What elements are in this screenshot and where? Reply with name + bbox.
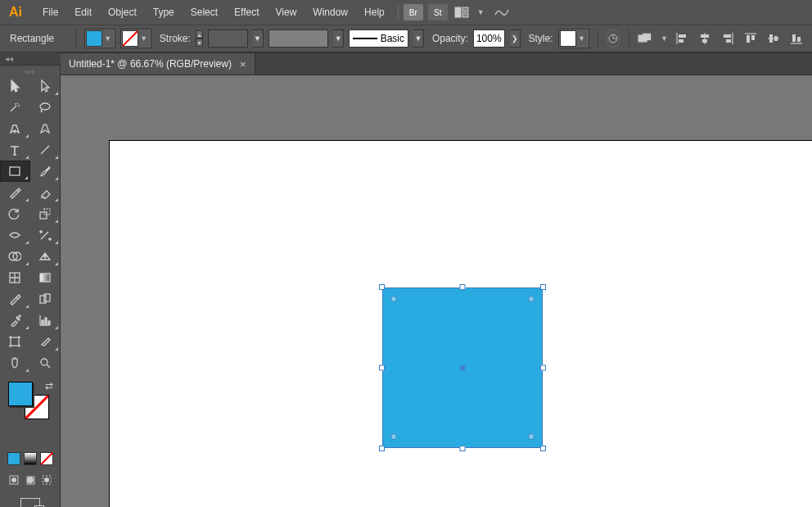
graphic-style[interactable]: ▼ <box>558 29 589 48</box>
swap-fill-stroke-icon[interactable]: ⇄ <box>45 380 53 392</box>
fill-proxy[interactable] <box>8 382 33 406</box>
stroke-weight-spinner[interactable]: ▲▼ <box>196 30 204 47</box>
draw-inside-icon[interactable] <box>40 473 53 487</box>
app-logo: Ai <box>3 0 28 25</box>
bridge-icon[interactable]: Br <box>404 4 423 20</box>
align-left-icon[interactable] <box>673 29 691 48</box>
menu-select[interactable]: Select <box>183 2 226 23</box>
free-transform-tool[interactable] <box>30 224 61 246</box>
document-tab[interactable]: Untitled-1* @ 66.67% (RGB/Preview) × <box>61 53 255 75</box>
stock-icon[interactable]: St <box>428 4 448 20</box>
align-top-icon[interactable] <box>742 29 760 48</box>
color-mode-icon[interactable] <box>7 452 20 465</box>
menu-effect[interactable]: Effect <box>226 2 267 23</box>
blend-tool[interactable] <box>30 288 61 310</box>
svg-point-24 <box>40 103 50 110</box>
stroke-weight-field[interactable] <box>208 29 247 48</box>
screen-mode-icon[interactable] <box>20 498 40 507</box>
gradient-mode-icon[interactable] <box>24 452 37 465</box>
corner-widget-tl[interactable] <box>390 296 397 302</box>
type-tool[interactable] <box>0 139 30 161</box>
corner-widget-br[interactable] <box>528 433 535 440</box>
handle-tm[interactable] <box>460 284 466 290</box>
menu-edit[interactable]: Edit <box>66 2 100 23</box>
transform-panel-icon[interactable] <box>638 29 652 48</box>
pencil-tool[interactable] <box>0 182 30 203</box>
canvas-area[interactable] <box>61 75 812 507</box>
center-point[interactable] <box>460 365 465 370</box>
column-graph-tool[interactable] <box>30 310 61 331</box>
opacity-field[interactable]: 100% <box>473 29 505 48</box>
handle-bm[interactable] <box>460 446 466 451</box>
opacity-dropdown[interactable]: ❯ <box>510 29 521 48</box>
variable-width-profile[interactable] <box>268 29 329 48</box>
menu-view[interactable]: View <box>268 2 305 23</box>
corner-widget-tr[interactable] <box>528 296 535 302</box>
stroke-weight-dropdown[interactable]: ▼ <box>253 29 264 48</box>
handle-bl[interactable] <box>379 446 385 451</box>
draw-behind-icon[interactable] <box>24 473 37 487</box>
recolor-artwork-icon[interactable] <box>606 29 620 48</box>
chevron-down-icon[interactable]: ▼ <box>477 8 485 16</box>
brush-definition-dropdown[interactable]: ▼ <box>413 29 424 48</box>
fill-swatch[interactable]: ▼ <box>84 29 115 48</box>
menu-window[interactable]: Window <box>304 2 356 23</box>
arrange-documents-icon[interactable] <box>453 6 471 19</box>
selected-rectangle[interactable] <box>379 284 546 451</box>
gradient-tool[interactable] <box>30 267 61 288</box>
close-icon[interactable]: × <box>240 58 246 70</box>
collapse-chevron-icon[interactable]: ◂◂ <box>0 53 18 64</box>
eraser-tool[interactable] <box>30 182 61 203</box>
hand-tool[interactable] <box>0 352 30 373</box>
slice-tool[interactable] <box>30 331 61 352</box>
document-tab-bar: Untitled-1* @ 66.67% (RGB/Preview) × <box>61 52 812 75</box>
menu-file[interactable]: File <box>34 2 66 23</box>
rotate-tool[interactable] <box>0 203 30 224</box>
scale-tool[interactable] <box>30 203 61 224</box>
align-vcenter-icon[interactable] <box>765 29 783 48</box>
fill-stroke-proxy[interactable]: ⇄ <box>0 378 60 424</box>
handle-ml[interactable] <box>379 365 385 371</box>
align-bottom-icon[interactable] <box>787 29 805 48</box>
align-right-icon[interactable] <box>719 29 737 48</box>
selection-tool[interactable] <box>0 75 30 97</box>
magic-wand-tool[interactable] <box>0 97 30 118</box>
handle-tl[interactable] <box>379 284 385 290</box>
none-mode-icon[interactable] <box>40 452 53 465</box>
lasso-tool[interactable] <box>30 97 61 118</box>
svg-rect-38 <box>45 318 47 324</box>
pen-tool[interactable] <box>0 118 30 139</box>
line-segment-tool[interactable] <box>30 139 61 161</box>
menu-type[interactable]: Type <box>145 2 183 23</box>
svg-rect-23 <box>797 37 801 42</box>
symbol-sprayer-tool[interactable] <box>0 310 30 331</box>
mesh-tool[interactable] <box>0 267 30 288</box>
draw-normal-icon[interactable] <box>7 473 20 487</box>
width-tool[interactable] <box>0 224 30 246</box>
paintbrush-tool[interactable] <box>30 161 61 182</box>
rectangle-tool[interactable] <box>0 161 30 182</box>
svg-rect-40 <box>11 337 19 346</box>
variable-width-dropdown[interactable]: ▼ <box>333 29 344 48</box>
drag-handle[interactable] <box>0 69 60 75</box>
shape-builder-tool[interactable] <box>0 246 30 267</box>
curvature-tool[interactable] <box>30 118 61 139</box>
align-hcenter-icon[interactable] <box>696 29 714 48</box>
zoom-tool[interactable] <box>30 352 61 373</box>
brush-definition[interactable]: Basic <box>349 29 408 48</box>
menu-help[interactable]: Help <box>356 2 393 23</box>
corner-widget-bl[interactable] <box>390 433 397 440</box>
chevron-down-icon[interactable]: ▼ <box>661 34 668 43</box>
menu-object[interactable]: Object <box>100 2 145 23</box>
direct-selection-tool[interactable] <box>30 75 61 97</box>
artboard-tool[interactable] <box>0 331 30 352</box>
gpu-preview-icon[interactable] <box>493 6 511 19</box>
eyedropper-tool[interactable] <box>0 288 30 310</box>
svg-rect-11 <box>702 39 707 43</box>
handle-br[interactable] <box>540 446 546 451</box>
handle-mr[interactable] <box>540 365 546 371</box>
svg-rect-1 <box>462 7 468 11</box>
stroke-swatch[interactable]: ▼ <box>120 29 151 48</box>
perspective-grid-tool[interactable] <box>30 246 61 267</box>
handle-tr[interactable] <box>540 284 546 290</box>
